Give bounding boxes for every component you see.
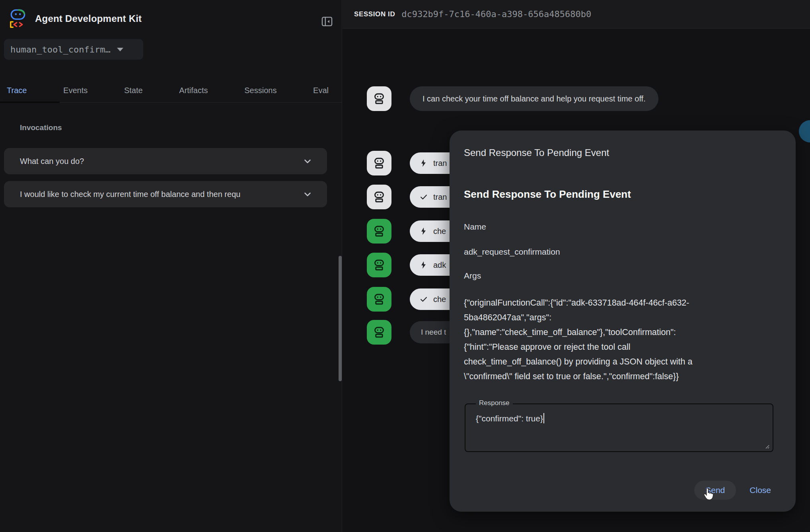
- active-tab-indicator: [0, 101, 60, 103]
- dialog-title: Send Response To Pending Event: [464, 147, 609, 158]
- invocation-text: I would like to check my current time of…: [20, 190, 297, 199]
- robot-icon: [372, 325, 386, 339]
- bot-avatar-active: [367, 287, 391, 312]
- check-icon: [419, 295, 428, 304]
- robot-icon: [372, 258, 386, 272]
- invocation-text: What can you do?: [20, 157, 297, 166]
- message-bubble: I can check your time off balance and he…: [410, 86, 658, 111]
- robot-icon: [372, 292, 386, 306]
- text-caret: [543, 413, 544, 423]
- chevron-down-icon: [302, 156, 313, 166]
- bot-avatar: [367, 151, 391, 175]
- resize-handle-icon[interactable]: [764, 443, 770, 449]
- chevron-down-icon: [302, 189, 313, 199]
- tool-chip-label: che: [433, 227, 446, 236]
- session-header: SESSION ID dc932b9f-7c16-460a-a398-656a4…: [343, 0, 810, 29]
- args-value: {"originalFunctionCall":{"id":"adk-63371…: [464, 296, 775, 384]
- tab-eval[interactable]: Eval: [313, 86, 329, 95]
- session-id-value: dc932b9f-7c16-460a-a398-656a485680b0: [401, 9, 591, 19]
- name-label: Name: [464, 222, 486, 232]
- lightning-icon: [419, 227, 428, 236]
- send-button[interactable]: Send: [694, 481, 736, 500]
- check-icon: [419, 193, 428, 201]
- bot-avatar-active: [367, 320, 391, 345]
- lightning-icon: [419, 159, 428, 168]
- bot-avatar-active: [367, 219, 391, 244]
- tab-sessions[interactable]: Sessions: [244, 86, 276, 95]
- robot-icon: [372, 156, 386, 170]
- tab-trace[interactable]: Trace: [7, 86, 27, 95]
- bot-avatar: [367, 86, 391, 111]
- robot-icon: [372, 92, 386, 106]
- pending-event-dialog: Send Response To Pending Event Send Resp…: [450, 131, 796, 512]
- session-id-label: SESSION ID: [354, 10, 395, 18]
- tool-chip-label: tran: [433, 159, 447, 168]
- app-title: Agent Development Kit: [35, 13, 142, 24]
- adk-logo-icon: [8, 8, 28, 29]
- invocations-heading: Invocations: [20, 123, 62, 132]
- tab-artifacts[interactable]: Artifacts: [179, 86, 208, 95]
- response-input[interactable]: Response {"confirmed": true}: [465, 403, 773, 452]
- sidebar-header: Agent Development Kit: [8, 8, 142, 29]
- tool-chip-label: adk: [433, 261, 446, 270]
- agent-select-dropdown[interactable]: human_tool_confirm…: [4, 39, 143, 60]
- name-value: adk_request_confirmation: [464, 247, 560, 257]
- invocation-item[interactable]: I would like to check my current time of…: [4, 181, 327, 207]
- close-button[interactable]: Close: [746, 481, 775, 500]
- response-field-value: {"confirmed": true}: [476, 413, 544, 423]
- tool-chip-label: tran: [433, 193, 447, 202]
- tool-chip-label: che: [433, 295, 446, 304]
- dialog-heading: Send Response To Pending Event: [464, 188, 631, 201]
- lightning-icon: [419, 261, 428, 269]
- tab-bar: Trace Events State Artifacts Sessions Ev…: [0, 79, 342, 103]
- dropdown-arrow-icon: [117, 48, 123, 51]
- tab-events[interactable]: Events: [63, 86, 88, 95]
- tab-state[interactable]: State: [124, 86, 143, 95]
- response-field-label: Response: [476, 399, 513, 407]
- agent-select-value: human_tool_confirm…: [10, 45, 111, 55]
- bot-avatar-active: [367, 253, 391, 277]
- sidebar: Agent Development Kit human_tool_confirm…: [0, 0, 342, 532]
- robot-icon: [372, 190, 386, 204]
- chat-message-row: I can check your time off balance and he…: [367, 86, 658, 111]
- panel-collapse-icon: [320, 15, 334, 28]
- dialog-actions: Send Close: [694, 481, 775, 500]
- edge-button-partial[interactable]: [799, 120, 810, 142]
- sidebar-scrollbar[interactable]: [339, 256, 342, 381]
- bot-avatar: [367, 185, 391, 209]
- invocation-item[interactable]: What can you do?: [4, 148, 327, 174]
- collapse-panel-button[interactable]: [318, 13, 336, 30]
- args-label: Args: [464, 271, 481, 281]
- adk-web-app: Agent Development Kit human_tool_confirm…: [0, 0, 810, 532]
- robot-icon: [372, 224, 386, 238]
